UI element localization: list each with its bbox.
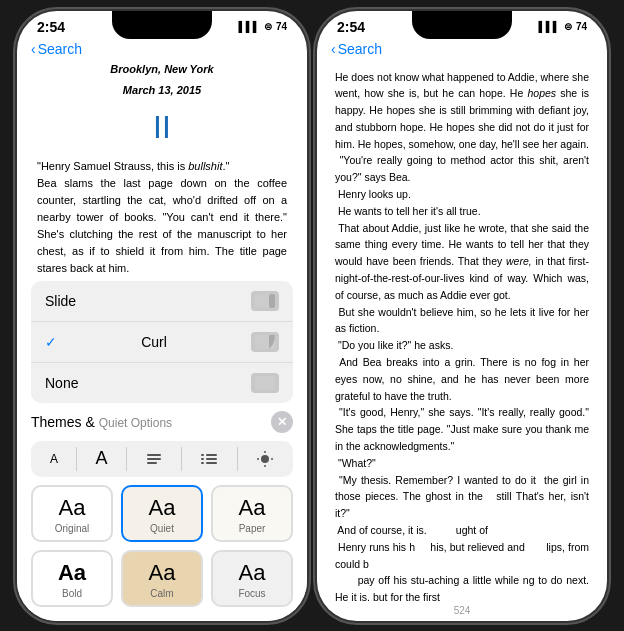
r-para-4: He wants to tell her it's all true. <box>335 203 589 220</box>
svg-rect-12 <box>206 462 217 464</box>
curl-label: Curl <box>141 334 167 350</box>
theme-label-calm: Calm <box>150 588 173 599</box>
notch <box>112 11 212 39</box>
back-button-left[interactable]: ‹ Search <box>31 41 82 57</box>
r-para-3: Henry looks up. <box>335 186 589 203</box>
svg-rect-11 <box>201 462 204 464</box>
theme-focus[interactable]: Aa Focus <box>211 550 293 607</box>
r-para-9: "It's good, Henry," she says. "It's real… <box>335 404 589 454</box>
r-para-2: "You're really going to method actor thi… <box>335 152 589 186</box>
date-text: March 13, 2015 <box>37 82 287 99</box>
svg-point-13 <box>261 455 269 463</box>
theme-aa-calm: Aa <box>149 560 176 586</box>
r-para-10: "What?" <box>335 455 589 472</box>
svg-rect-7 <box>201 454 204 456</box>
para-1: "Henry Samuel Strauss, this is bullshit.… <box>37 158 287 175</box>
r-para-1: He does not know what happened to Addie,… <box>335 69 589 153</box>
phones-container: 2:54 ▌▌▌ ⊜ 74 ‹ Search Brooklyn, New Yor… <box>17 11 607 621</box>
slide-option-curl[interactable]: ✓ Curl <box>31 322 293 363</box>
font-size-small[interactable]: A <box>50 452 58 466</box>
themes-title: Themes & Quiet Options <box>31 414 172 430</box>
status-icons-left: ▌▌▌ ⊜ 74 <box>239 21 287 32</box>
wifi-icon: ⊜ <box>264 21 272 32</box>
svg-rect-10 <box>206 458 217 460</box>
theme-aa-focus: Aa <box>239 560 266 586</box>
theme-grid: Aa Original Aa Quiet Aa Paper Aa Bold <box>31 485 293 607</box>
theme-calm[interactable]: Aa Calm <box>121 550 203 607</box>
chapter-number: II <box>37 103 287 153</box>
theme-label-original: Original <box>55 523 89 534</box>
r-para-13: Henry runs his h his, but relieved and l… <box>335 539 589 573</box>
font-list-icon[interactable] <box>200 450 218 468</box>
battery-left: 74 <box>276 21 287 32</box>
signal-icon-right: ▌▌▌ <box>539 21 560 32</box>
signal-icon: ▌▌▌ <box>239 21 260 32</box>
chevron-left-icon: ‹ <box>31 41 36 57</box>
svg-rect-9 <box>201 458 204 460</box>
svg-rect-1 <box>269 294 275 308</box>
back-label-right: Search <box>338 41 382 57</box>
back-button-right[interactable]: ‹ Search <box>331 41 382 57</box>
none-icon <box>251 373 279 393</box>
font-style-icon[interactable] <box>145 450 163 468</box>
page-number: 524 <box>317 601 607 620</box>
nav-bar-left: ‹ Search <box>17 39 307 61</box>
svg-rect-8 <box>206 454 217 456</box>
theme-aa-paper: Aa <box>239 495 266 521</box>
overlay-panel: Slide ✓ Curl None <box>17 273 307 621</box>
divider-4 <box>237 447 238 471</box>
themes-title-block: Themes & Quiet Options <box>31 414 172 430</box>
theme-label-bold: Bold <box>62 588 82 599</box>
slide-label: Slide <box>45 293 76 309</box>
brightness-icon[interactable] <box>256 450 274 468</box>
time-left: 2:54 <box>37 19 65 35</box>
slide-option-none[interactable]: None <box>31 363 293 403</box>
book-content-right: He does not know what happened to Addie,… <box>317 61 607 601</box>
divider-2 <box>126 447 127 471</box>
font-controls: A A <box>31 441 293 477</box>
r-para-5: That about Addie, just like he wrote, th… <box>335 220 589 304</box>
slide-options: Slide ✓ Curl None <box>31 281 293 403</box>
theme-aa-bold: Aa <box>58 560 86 586</box>
svg-rect-6 <box>147 462 157 464</box>
none-label: None <box>45 375 78 391</box>
time-right: 2:54 <box>337 19 365 35</box>
svg-rect-5 <box>147 458 161 460</box>
curl-icon <box>251 332 279 352</box>
themes-header: Themes & Quiet Options ✕ <box>31 411 293 433</box>
slide-option-slide[interactable]: Slide <box>31 281 293 322</box>
theme-quiet[interactable]: Aa Quiet <box>121 485 203 542</box>
r-para-8: And Bea breaks into a grin. There is no … <box>335 354 589 404</box>
theme-bold[interactable]: Aa Bold <box>31 550 113 607</box>
divider-3 <box>181 447 182 471</box>
nav-bar-right: ‹ Search <box>317 39 607 61</box>
right-phone: 2:54 ▌▌▌ ⊜ 74 ‹ Search He does not know … <box>317 11 607 621</box>
theme-paper[interactable]: Aa Paper <box>211 485 293 542</box>
left-phone: 2:54 ▌▌▌ ⊜ 74 ‹ Search Brooklyn, New Yor… <box>17 11 307 621</box>
r-para-7: "Do you like it?" he asks. <box>335 337 589 354</box>
font-size-large[interactable]: A <box>96 448 108 469</box>
chevron-left-icon-right: ‹ <box>331 41 336 57</box>
para-2: Bea slams the last page down on the coff… <box>37 175 287 277</box>
svg-rect-4 <box>147 454 161 456</box>
theme-label-paper: Paper <box>239 523 266 534</box>
r-para-14: pay off his stu-aching a little while ng… <box>335 572 589 600</box>
status-icons-right: ▌▌▌ ⊜ 74 <box>539 21 587 32</box>
r-para-6: But she wouldn't believe him, so he lets… <box>335 304 589 338</box>
divider-1 <box>76 447 77 471</box>
r-para-12: And of course, it is. ught of <box>335 522 589 539</box>
theme-original[interactable]: Aa Original <box>31 485 113 542</box>
r-para-11: "My thesis. Remember? I wanted to do it … <box>335 472 589 522</box>
theme-aa-original: Aa <box>59 495 86 521</box>
battery-right: 74 <box>576 21 587 32</box>
theme-aa-quiet: Aa <box>149 495 176 521</box>
theme-label-focus: Focus <box>238 588 265 599</box>
notch-right <box>412 11 512 39</box>
back-label-left: Search <box>38 41 82 57</box>
location-text: Brooklyn, New York <box>37 61 287 78</box>
theme-label-quiet: Quiet <box>150 523 174 534</box>
close-button[interactable]: ✕ <box>271 411 293 433</box>
check-icon: ✓ <box>45 334 57 350</box>
svg-rect-3 <box>255 376 275 390</box>
slide-icon <box>251 291 279 311</box>
